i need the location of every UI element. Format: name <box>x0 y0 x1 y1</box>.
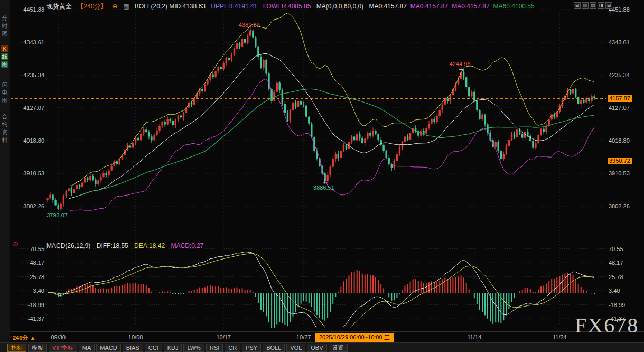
macd-diff-label: DIFF:18.55 <box>97 242 128 249</box>
indicator-button-cr[interactable]: CR <box>225 344 240 352</box>
indicator-button-rsi[interactable]: RSI <box>206 344 223 352</box>
tab-indicator[interactable]: 指标 <box>7 344 26 352</box>
timeframe-selector[interactable]: 240分 ▲ <box>13 334 35 342</box>
time-axis: 240分 ▲ 2025/10/29 06:00~10:00 三 <box>0 332 644 342</box>
ma-value-label-3: MA60:4100.55 <box>493 3 535 10</box>
svg-text:3793.07: 3793.07 <box>46 212 68 218</box>
price-macd-chart-canvas[interactable]: 4381.294244.963886.513793.07 <box>0 0 644 352</box>
macd-params-label: MACD(26,12,9) <box>46 242 90 249</box>
boll-upper-label: UPPER:4191.41 <box>211 3 257 10</box>
boll-mid-label: BOLL(20,2) MID:4138.63 <box>135 3 206 10</box>
window-icon-2[interactable]: ▤ <box>590 2 596 9</box>
indicator-button-obv[interactable]: OBV <box>307 344 326 352</box>
window-icon-3[interactable]: ◨ <box>598 2 604 9</box>
indicator-button-bias[interactable]: BIAS <box>123 344 143 352</box>
sidebar-item-time-chart[interactable]: 分时图 <box>0 14 10 38</box>
chart-app: 4381.294244.963886.513793.07 FX678 分时图K线… <box>0 0 644 352</box>
tab-template[interactable]: 模板 <box>28 344 47 352</box>
boll-upper-line <box>69 13 594 186</box>
indicator-button-macd[interactable]: MACD <box>96 344 120 352</box>
tab-vip-indicator[interactable]: VIP指标 <box>49 344 77 352</box>
indicator-button-lwpct[interactable]: LW% <box>183 344 204 352</box>
ma-value-label-1: MA0:4157.87 <box>410 3 448 10</box>
sidebar-item-kline-chart[interactable]: K线图 <box>0 44 10 69</box>
indicator-button-kdj[interactable]: KDJ <box>164 344 182 352</box>
ma-value-label-2: MA0:4157.87 <box>452 3 489 10</box>
svg-text:4381.29: 4381.29 <box>239 22 260 28</box>
period-badge[interactable]: 【240分】 <box>77 3 107 10</box>
current-price-tag: 4157.87 <box>608 95 632 102</box>
window-controls: ⊞▥▤◨⊟ <box>574 2 612 9</box>
macd-value-label: MACD:0.27 <box>171 242 203 249</box>
svg-text:4244.96: 4244.96 <box>450 61 471 67</box>
boll-lower-label: LOWER:4085.85 <box>263 3 311 10</box>
window-icon-1[interactable]: ▥ <box>582 2 589 9</box>
indicator-button-ma[interactable]: MA <box>79 344 95 352</box>
window-icon-4[interactable]: ⊟ <box>605 2 612 9</box>
settings-button[interactable]: 设置 <box>329 344 348 352</box>
window-icon-0[interactable]: ⊞ <box>574 2 581 9</box>
indicator-button-psy[interactable]: PSY <box>242 344 261 352</box>
sidebar-item-contract-info[interactable]: 合约资料 <box>0 112 10 144</box>
macd-dea-label: DEA:18.42 <box>134 242 165 249</box>
selected-bar-time: 2025/10/29 06:00~10:00 三 <box>315 333 394 342</box>
symbol-title: 现货黄金 <box>46 3 72 10</box>
ma-group-label: MA(0,0,0,60,0,0) <box>316 3 363 10</box>
overlay-lines <box>69 13 594 211</box>
macd-panel-icon[interactable]: ⊙ <box>13 240 18 248</box>
sidebar-item-flash-chart[interactable]: 闪电图 <box>0 80 10 105</box>
prev-close-tag: 3950.72 <box>608 158 632 164</box>
chart-header: 现货黄金 【240分】 ⊖ ▦ BOLL(20,2) MID:4138.63 U… <box>46 2 538 11</box>
ma-values: MA0:4157.87MA0:4157.87MA0:4157.87MA60:41… <box>369 3 538 10</box>
macd-header: MACD(26,12,9) DIFF:18.55 DEA:18.42 MACD:… <box>46 242 208 249</box>
indicator-button-cci[interactable]: CCI <box>145 344 162 352</box>
macd-lines <box>48 252 594 343</box>
svg-text:3886.51: 3886.51 <box>313 184 334 191</box>
indicator-icon: ▦ <box>123 3 129 10</box>
indicator-button-boll[interactable]: BOLL <box>263 344 285 352</box>
minus-circle-icon[interactable]: ⊖ <box>113 3 118 10</box>
macd-histogram <box>47 270 595 328</box>
indicator-button-vol[interactable]: VOL <box>286 344 305 352</box>
bottom-toolbar: 指标模板VIP指标MAMACDBIASCCIKDJLW%RSICRPSYBOLL… <box>0 342 644 352</box>
boll-mid-line <box>69 53 594 198</box>
candles-layer <box>46 29 595 210</box>
sidebar: 分时图K线图闪电图合约资料 <box>0 0 10 342</box>
ma-value-label-0: MA0:4157.87 <box>369 3 406 10</box>
